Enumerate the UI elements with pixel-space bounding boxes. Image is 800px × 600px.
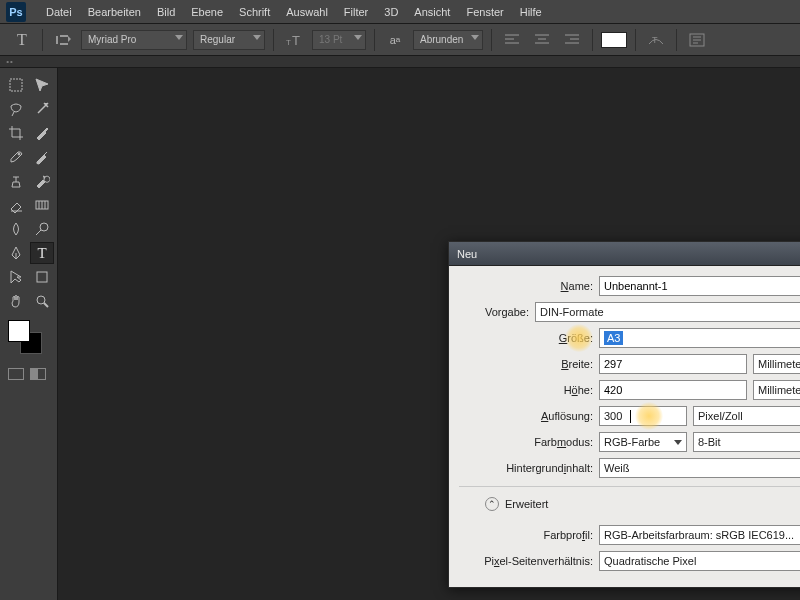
svg-rect-28: [37, 272, 47, 282]
history-brush-tool[interactable]: [30, 170, 54, 192]
font-family-dropdown[interactable]: Myriad Pro: [81, 30, 187, 50]
aspect-label: Pixel-Seitenverhältnis:: [459, 555, 599, 567]
dodge-tool[interactable]: [30, 218, 54, 240]
separator: [635, 29, 636, 51]
menu-help[interactable]: Hilfe: [512, 0, 550, 24]
separator: [42, 29, 43, 51]
colormode-select[interactable]: RGB-Farbe: [599, 432, 687, 452]
svg-rect-1: [60, 35, 68, 37]
hand-tool[interactable]: [4, 290, 28, 312]
brush-tool[interactable]: [30, 146, 54, 168]
bgcontent-label: Hintergrundinhalt:: [459, 462, 599, 474]
separator: [676, 29, 677, 51]
advanced-toggle[interactable]: ⌃ Erweitert: [485, 497, 548, 511]
separator: [592, 29, 593, 51]
separator: [491, 29, 492, 51]
svg-line-27: [36, 230, 41, 235]
menu-3d[interactable]: 3D: [376, 0, 406, 24]
menu-select[interactable]: Auswahl: [278, 0, 336, 24]
width-unit-select[interactable]: Millimeter: [753, 354, 800, 374]
type-tool-icon: T: [10, 28, 34, 52]
text-color-swatch[interactable]: [601, 32, 627, 48]
healing-brush-tool[interactable]: [4, 146, 28, 168]
bitdepth-select[interactable]: 8-Bit: [693, 432, 800, 452]
blur-tool[interactable]: [4, 218, 28, 240]
align-left-button[interactable]: [500, 29, 524, 51]
options-bar: T Myriad Pro Regular TT 13 Pt aa Abrunde…: [0, 24, 800, 56]
foreground-color[interactable]: [8, 320, 30, 342]
name-input[interactable]: [599, 276, 800, 296]
menu-filter[interactable]: Filter: [336, 0, 376, 24]
bgcontent-select[interactable]: Weiß: [599, 458, 800, 478]
shape-tool[interactable]: [30, 266, 54, 288]
name-label: Name:: [459, 280, 599, 292]
menu-file[interactable]: Datei: [38, 0, 80, 24]
clone-stamp-tool[interactable]: [4, 170, 28, 192]
menu-bar: Ps Datei Bearbeiten Bild Ebene Schrift A…: [0, 0, 800, 24]
main-area: T Neu Name:: [0, 68, 800, 600]
width-label: Breite:: [459, 358, 599, 370]
menu-image[interactable]: Bild: [149, 0, 183, 24]
colormode-label: Farbmodus:: [459, 436, 599, 448]
canvas-area: Neu Name: Vorgabe: DIN-Formate Größe: A3: [58, 68, 800, 600]
menu-view[interactable]: Ansicht: [406, 0, 458, 24]
foreground-background-swatch[interactable]: [8, 320, 42, 354]
resolution-input[interactable]: 300: [599, 406, 687, 426]
orientation-toggle-icon[interactable]: [51, 29, 75, 51]
dialog-title: Neu: [449, 242, 800, 266]
font-style-dropdown[interactable]: Regular: [193, 30, 265, 50]
app-logo: Ps: [6, 2, 26, 22]
svg-point-26: [40, 223, 48, 231]
eraser-tool[interactable]: [4, 194, 28, 216]
aspect-select[interactable]: Quadratische Pixel: [599, 551, 800, 571]
quickmask-toggle[interactable]: [8, 368, 24, 380]
size-select[interactable]: A3: [599, 328, 800, 348]
document-tab-strip: ••: [0, 56, 800, 68]
path-selection-tool[interactable]: [4, 266, 28, 288]
resolution-unit-select[interactable]: Pixel/Zoll: [693, 406, 800, 426]
pen-tool[interactable]: [4, 242, 28, 264]
align-center-button[interactable]: [530, 29, 554, 51]
menu-layer[interactable]: Ebene: [183, 0, 231, 24]
magic-wand-tool[interactable]: [30, 98, 54, 120]
screenmode-toggle[interactable]: [30, 368, 46, 380]
gradient-tool[interactable]: [30, 194, 54, 216]
antialias-dropdown[interactable]: Abrunden: [413, 30, 483, 50]
svg-rect-2: [60, 43, 68, 45]
marquee-tool[interactable]: [4, 74, 28, 96]
move-tool[interactable]: [30, 74, 54, 96]
tools-panel: T: [0, 68, 58, 600]
align-right-button[interactable]: [560, 29, 584, 51]
new-document-dialog: Neu Name: Vorgabe: DIN-Formate Größe: A3: [448, 241, 800, 588]
preset-select[interactable]: DIN-Formate: [535, 302, 800, 322]
lasso-tool[interactable]: [4, 98, 28, 120]
eyedropper-tool[interactable]: [30, 122, 54, 144]
height-label: Höhe:: [459, 384, 599, 396]
type-tool[interactable]: T: [30, 242, 54, 264]
svg-text:T: T: [292, 33, 300, 47]
profile-label: Farbprofil:: [459, 529, 599, 541]
resolution-label: Auflösung:: [459, 410, 599, 422]
profile-select[interactable]: RGB-Arbeitsfarbraum: sRGB IEC619...: [599, 525, 800, 545]
menu-window[interactable]: Fenster: [458, 0, 511, 24]
separator: [374, 29, 375, 51]
character-panel-button[interactable]: [685, 29, 709, 51]
svg-point-20: [18, 153, 20, 155]
zoom-tool[interactable]: [30, 290, 54, 312]
crop-tool[interactable]: [4, 122, 28, 144]
menu-edit[interactable]: Bearbeiten: [80, 0, 149, 24]
width-input[interactable]: [599, 354, 747, 374]
font-size-dropdown[interactable]: 13 Pt: [312, 30, 366, 50]
svg-text:T: T: [286, 38, 291, 47]
antialias-icon: aa: [383, 28, 407, 52]
height-input[interactable]: [599, 380, 747, 400]
separator: [273, 29, 274, 51]
svg-text:T: T: [652, 35, 658, 45]
svg-rect-19: [10, 79, 22, 91]
divider: [459, 486, 800, 487]
menu-type[interactable]: Schrift: [231, 0, 278, 24]
height-unit-select[interactable]: Millimeter: [753, 380, 800, 400]
svg-rect-0: [56, 36, 58, 44]
svg-point-29: [37, 296, 45, 304]
warp-text-button[interactable]: T: [644, 29, 668, 51]
